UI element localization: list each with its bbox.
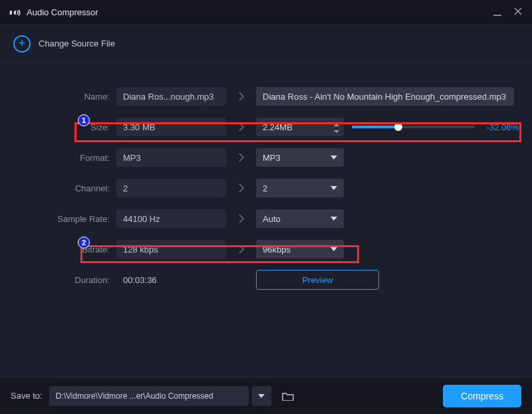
save-to-label: Save to: [11, 391, 43, 401]
save-path-box[interactable]: D:\Vidmore\Vidmore ...er\Audio Compresse… [49, 386, 249, 406]
compress-button[interactable]: Compress [443, 385, 521, 407]
change-source-row[interactable]: Change Source File [0, 25, 532, 62]
label-size: Size: [0, 122, 116, 132]
window-controls [493, 7, 523, 18]
save-path-text: D:\Vidmore\Vidmore ...er\Audio Compresse… [56, 391, 213, 401]
size-slider[interactable] [352, 126, 475, 128]
sample-rate-dst-text: Auto [263, 214, 281, 224]
arrow-icon [226, 245, 256, 254]
plus-circle-icon [13, 35, 31, 52]
duration-src: 00:03:36 [116, 270, 226, 289]
minimize-button[interactable] [493, 12, 501, 13]
bitrate-dst-text: 96kbps [263, 245, 291, 255]
preview-button[interactable]: Preview [256, 270, 379, 290]
label-sample-rate: Sample Rate: [0, 214, 116, 224]
preview-label: Preview [302, 275, 332, 285]
row-bitrate: Bitrate: 128 kbps 96kbps [0, 234, 532, 264]
save-path-dropdown[interactable] [251, 386, 271, 406]
arrow-icon [226, 153, 256, 162]
arrow-icon [226, 92, 256, 101]
spinner-down-icon[interactable] [333, 126, 340, 132]
channel-dropdown[interactable]: 2 [256, 179, 344, 197]
format-src: MP3 [116, 148, 226, 167]
label-format: Format: [0, 153, 116, 163]
arrow-icon [226, 214, 256, 223]
row-name: Name: Diana Ros...nough.mp3 Diana Ross -… [0, 81, 532, 112]
change-source-label: Change Source File [39, 39, 115, 49]
bitrate-src: 128 kbps [116, 240, 226, 259]
chevron-down-icon [331, 247, 337, 251]
slider-thumb[interactable] [394, 123, 402, 131]
row-channel: Channel: 2 2 [0, 173, 532, 203]
label-name: Name: [0, 92, 116, 102]
size-src: 3.30 MB [116, 118, 226, 136]
sample-rate-src: 44100 Hz [116, 209, 226, 228]
svg-rect-0 [11, 11, 12, 14]
bitrate-dropdown[interactable]: 96kbps [256, 240, 344, 259]
title-bar: Audio Compressor [0, 0, 532, 25]
name-dst-input[interactable]: Diana Ross - Ain't No Mountain High Enou… [256, 87, 514, 106]
row-size: Size: 3.30 MB 2.24MB -32.06% [0, 112, 532, 142]
label-channel: Channel: [0, 183, 116, 193]
name-dst-text: Diana Ross - Ain't No Mountain High Enou… [263, 92, 506, 102]
app-icon [9, 7, 21, 19]
size-dst-spinner[interactable]: 2.24MB [256, 118, 344, 136]
label-bitrate: Bitrate: [0, 245, 116, 255]
compress-label: Compress [461, 391, 503, 401]
arrow-icon [226, 183, 256, 193]
row-duration: Duration: 00:03:36 Preview [0, 264, 532, 295]
name-src: Diana Ros...nough.mp3 [116, 87, 226, 106]
form-area: Name: Diana Ros...nough.mp3 Diana Ross -… [0, 62, 532, 295]
label-duration: Duration: [0, 275, 116, 285]
chevron-down-icon [331, 186, 337, 190]
size-dst-text: 2.24MB [263, 122, 293, 132]
chevron-down-icon [331, 155, 337, 159]
close-button[interactable] [513, 7, 523, 18]
arrow-icon [226, 122, 256, 132]
bottom-bar: Save to: D:\Vidmore\Vidmore ...er\Audio … [0, 377, 532, 414]
format-dropdown[interactable]: MP3 [256, 148, 344, 167]
row-sample-rate: Sample Rate: 44100 Hz Auto [0, 203, 532, 234]
channel-dst-text: 2 [263, 183, 267, 193]
format-dst-text: MP3 [263, 153, 281, 163]
window-title: Audio Compressor [27, 7, 493, 17]
open-folder-button[interactable] [278, 386, 298, 406]
spinner-up-icon[interactable] [333, 120, 340, 125]
channel-src: 2 [116, 179, 226, 197]
chevron-down-icon [331, 217, 337, 221]
size-percent: -32.06% [481, 122, 519, 132]
row-format: Format: MP3 MP3 [0, 142, 532, 173]
sample-rate-dropdown[interactable]: Auto [256, 209, 344, 228]
